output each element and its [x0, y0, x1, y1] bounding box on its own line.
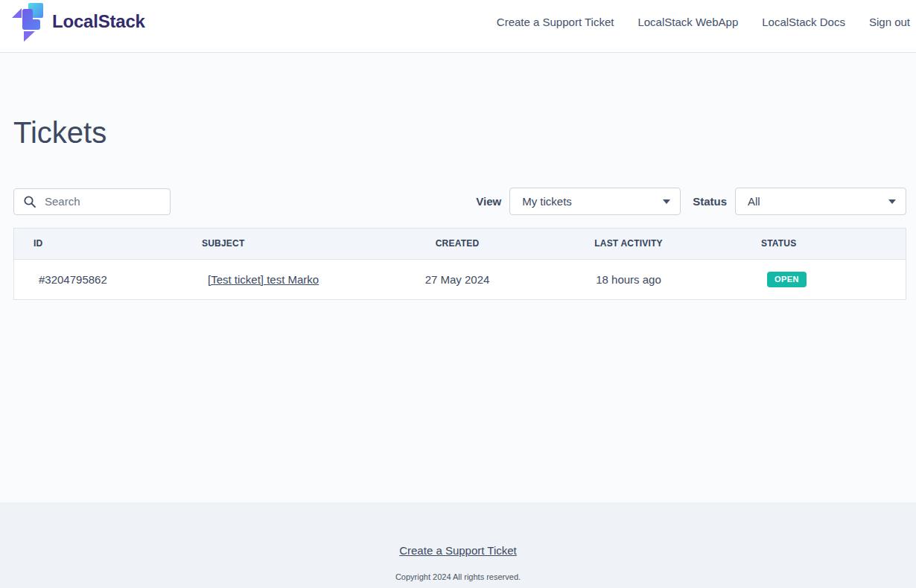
search-icon — [23, 195, 36, 208]
page-title: Tickets — [13, 115, 906, 150]
nav-create-support-ticket[interactable]: Create a Support Ticket — [497, 16, 614, 28]
ticket-last-activity-cell: 18 hours ago — [543, 259, 714, 299]
search-box[interactable] — [13, 188, 171, 215]
filters-toolbar: View My tickets Status All — [13, 188, 906, 215]
brand-name: LocalStack — [52, 11, 145, 32]
table-header-row: ID SUBJECT CREATED LAST ACTIVITY STATUS — [14, 229, 906, 259]
column-header-last-activity: LAST ACTIVITY — [543, 229, 714, 259]
ticket-subject-link[interactable]: [Test ticket] test Marko — [208, 273, 319, 286]
caret-down-icon — [888, 199, 896, 204]
ticket-status-cell: OPEN — [714, 259, 906, 299]
table-row: #3204795862 [Test ticket] test Marko 27 … — [14, 259, 906, 299]
column-header-created: CREATED — [372, 229, 543, 259]
column-header-status: STATUS — [714, 229, 906, 259]
view-label: View — [476, 195, 501, 208]
search-input[interactable] — [43, 194, 162, 208]
status-dropdown[interactable]: All — [735, 188, 906, 215]
main-content: Tickets View My tickets Status All — [0, 53, 916, 502]
nav-sign-out[interactable]: Sign out — [869, 16, 910, 28]
app-footer: Create a Support Ticket Copyright 2024 A… — [0, 502, 916, 588]
app-header: LocalStack Create a Support Ticket Local… — [0, 0, 916, 53]
ticket-created-cell: 27 May 2024 — [372, 259, 543, 299]
localstack-logo-icon — [12, 1, 45, 42]
nav-localstack-docs[interactable]: LocalStack Docs — [762, 16, 845, 28]
status-label: Status — [693, 195, 727, 208]
column-header-subject: SUBJECT — [202, 229, 372, 259]
brand-logo[interactable]: LocalStack — [12, 1, 145, 42]
footer-create-support-ticket-link[interactable]: Create a Support Ticket — [399, 544, 517, 557]
top-nav: Create a Support Ticket LocalStack WebAp… — [497, 16, 910, 28]
status-dropdown-value: All — [748, 195, 760, 208]
ticket-id-cell: #3204795862 — [14, 259, 202, 299]
copyright-text: Copyright 2024 All rights reserved. — [395, 572, 521, 581]
ticket-subject-cell: [Test ticket] test Marko — [202, 259, 372, 299]
caret-down-icon — [663, 199, 670, 204]
status-badge: OPEN — [767, 272, 807, 287]
view-dropdown-value: My tickets — [522, 195, 572, 208]
tickets-table: ID SUBJECT CREATED LAST ACTIVITY STATUS … — [13, 228, 906, 300]
column-header-id: ID — [14, 229, 202, 259]
nav-localstack-webapp[interactable]: LocalStack WebApp — [637, 16, 738, 28]
view-dropdown[interactable]: My tickets — [509, 188, 681, 215]
